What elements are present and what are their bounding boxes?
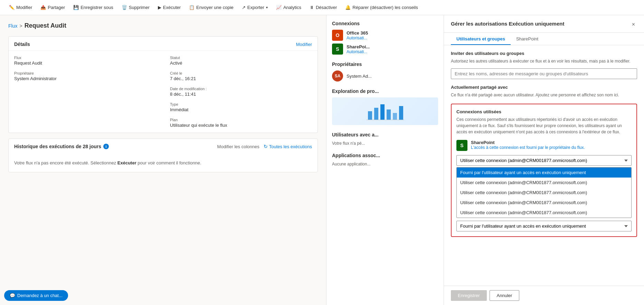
breadcrumb: Flux > Request Audit <box>8 22 318 29</box>
panel-tabs: Utilisateurs et groupes SharePoint <box>444 33 644 45</box>
users-empty-text: Votre flux n'a pé... <box>332 141 438 146</box>
delete-icon: 🗑️ <box>122 5 127 10</box>
connections-section: Connexions O Office 365 Autorisati... S … <box>332 21 438 55</box>
modifier-label: Modifier <box>16 5 32 10</box>
details-card-header: Détails Modifier <box>9 37 318 51</box>
sharepoint-conn-row: S SharePoint L'accès à cette connexion e… <box>456 140 632 151</box>
enregistrer-button[interactable]: 💾 Enregistrer sous <box>70 3 117 12</box>
partager-label: Partager <box>48 5 65 10</box>
analytics-button[interactable]: 📈 Analytics <box>273 3 305 12</box>
dropdown-option-4[interactable]: Utiliser cette connexion (admin@CRM00187… <box>457 198 631 208</box>
partager-button[interactable]: 📤 Partager <box>37 3 68 12</box>
sharepoint-auth[interactable]: Autorisati... <box>347 49 370 54</box>
chat-button[interactable]: 💬 Demandez à un chat... <box>4 290 68 301</box>
shared-with-section: Actuellement partagé avec Ce flux n'a ét… <box>451 85 637 98</box>
apps-section: Applications assoc... Aucune application… <box>332 153 438 166</box>
cree-le-value: 7 déc., 16:21 <box>170 76 312 81</box>
history-empty-text: Votre flux n'a pas encore été exécuté. S… <box>14 160 116 165</box>
type-value: Immédiat <box>170 107 312 112</box>
date-modif-value: 8 déc., 11:41 <box>170 92 312 97</box>
svg-rect-3 <box>387 109 391 120</box>
save-icon: 💾 <box>73 5 79 10</box>
content-panel: Flux > Request Audit Détails Modifier Fl… <box>0 15 326 305</box>
history-actions: Modifier les colonnes ↻ Toutes les exécu… <box>217 144 312 149</box>
svg-rect-4 <box>393 113 397 120</box>
all-runs-link[interactable]: ↻ Toutes les exécutions <box>264 144 312 149</box>
history-body: Votre flux n'a pas encore été exécuté. S… <box>9 154 318 172</box>
dropdown-option-3[interactable]: Utiliser cette connexion (admin@CRM00187… <box>457 188 631 198</box>
invite-input[interactable] <box>451 68 637 79</box>
svg-rect-1 <box>374 108 378 120</box>
executer-button[interactable]: ▶ Exécuter <box>154 3 184 12</box>
tab-sharepoint[interactable]: SharePoint <box>511 33 544 45</box>
desactiver-button[interactable]: ⏸ Désactiver <box>306 3 340 12</box>
connection-sharepoint: S SharePoi... Autorisati... <box>332 44 438 55</box>
reparer-button[interactable]: 🔔 Réparer (désactiver) les conseils <box>342 3 421 12</box>
connection-dropdown-1[interactable]: Utiliser cette connexion (admin@CRM00187… <box>456 155 632 166</box>
dropdown-option-5[interactable]: Utiliser cette connexion (admin@CRM00187… <box>457 208 631 218</box>
all-runs-label: Toutes les exécutions <box>269 144 312 149</box>
breadcrumb-parent[interactable]: Flux <box>8 23 17 29</box>
info-icon[interactable]: i <box>103 144 109 149</box>
svg-rect-0 <box>368 111 372 120</box>
dropdown-option-2[interactable]: Utiliser cette connexion (admin@CRM00187… <box>457 178 631 188</box>
reparer-label: Réparer (désactiver) les conseils <box>352 5 418 10</box>
envoyer-button[interactable]: 📋 Envoyer une copie <box>186 3 237 12</box>
sp-conn-name: SharePoint <box>471 140 632 145</box>
users-title: Utilisateurs avec a... <box>332 132 438 137</box>
connection-office365: O Office 365 Autorisati... <box>332 30 438 41</box>
right-sidebar: Connexions O Office 365 Autorisati... S … <box>326 15 444 305</box>
executer-label: Exécuter <box>163 5 181 10</box>
modify-columns-link[interactable]: Modifier les colonnes <box>217 144 259 149</box>
copy-icon: 📋 <box>189 5 195 10</box>
breadcrumb-separator: > <box>19 23 22 29</box>
analytics-icon: 📈 <box>276 5 282 10</box>
svg-rect-2 <box>380 104 385 120</box>
chart-svg <box>364 101 406 122</box>
cancel-button[interactable]: Annuler <box>490 290 520 301</box>
invite-section-desc: Autorisez les autres utilisateurs à exéc… <box>451 58 637 64</box>
detail-flux: Flux Request Audit <box>14 56 156 66</box>
flux-label: Flux <box>14 56 156 60</box>
users-section: Utilisateurs avec a... Votre flux n'a pé… <box>332 132 438 146</box>
save-button: Enregistrer <box>451 290 487 301</box>
connexions-used-desc: Ces connexions permettent aux utilisateu… <box>456 116 632 135</box>
detail-cree-le: Créé le 7 déc., 16:21 <box>170 71 312 81</box>
conn-office365-text: Office 365 Autorisati... <box>347 30 368 40</box>
svg-rect-5 <box>399 106 403 120</box>
panel-overlay: Gérer les autorisations Exécution unique… <box>444 15 644 305</box>
connection-dropdown-2[interactable]: Fourni par l'utilisateur ayant un accès … <box>456 221 632 231</box>
detail-empty2 <box>14 102 156 112</box>
enregistrer-label: Enregistrer sous <box>80 5 113 10</box>
invite-section-title: Inviter des utilisateurs ou groupes <box>451 51 637 56</box>
dropdown-option-1[interactable]: Fourni par l'utilisateur ayant un accès … <box>457 168 631 178</box>
edit-icon: ✏️ <box>9 5 15 10</box>
office365-auth[interactable]: Autorisati... <box>347 36 368 40</box>
export-icon: ↗ <box>242 5 246 10</box>
plan-value: Utilisateur qui exécute le flux <box>170 123 312 128</box>
dropdown-popup: Fourni par l'utilisateur ayant un accès … <box>456 167 632 218</box>
modifier-button[interactable]: ✏️ Modifier <box>6 3 36 12</box>
supprimer-button[interactable]: 🗑️ Supprimer <box>118 3 153 12</box>
detail-plan: Plan Utilisateur qui exécute le flux <box>170 118 312 128</box>
connections-title: Connexions <box>332 21 438 26</box>
tab-users-groups[interactable]: Utilisateurs et groupes <box>451 33 511 45</box>
exploration-title: Exploration de pro... <box>332 88 438 94</box>
shared-with-desc: Ce flux n'a été partagé avec aucun utili… <box>451 92 637 98</box>
history-empty-suffix: pour voir comment il fonctionne. <box>138 160 201 165</box>
details-title: Détails <box>14 41 30 47</box>
statut-label: Statut <box>170 56 312 60</box>
history-header: Historique des exécutions de 28 jours i … <box>9 139 318 154</box>
details-edit-link[interactable]: Modifier <box>296 42 312 47</box>
dropdown-option-5-label: Utiliser cette connexion (admin@CRM00187… <box>460 210 587 215</box>
panel-close-button[interactable]: × <box>630 21 637 28</box>
dropdown-option-4-label: Utiliser cette connexion (admin@CRM00187… <box>460 200 587 205</box>
proprietaire-label: Propriétaire <box>14 71 156 75</box>
history-card: Historique des exécutions de 28 jours i … <box>8 139 318 172</box>
sp-conn-desc: L'accès à cette connexion est fourni par… <box>471 145 632 150</box>
detail-date-modif: Date de modification : 8 déc., 11:41 <box>170 87 312 97</box>
conn-sharepoint-text: SharePoi... Autorisati... <box>347 44 370 54</box>
exporter-button[interactable]: ↗ Exporter ▾ <box>238 3 271 12</box>
bell-icon: 🔔 <box>345 5 351 10</box>
office365-icon: O <box>332 30 343 41</box>
